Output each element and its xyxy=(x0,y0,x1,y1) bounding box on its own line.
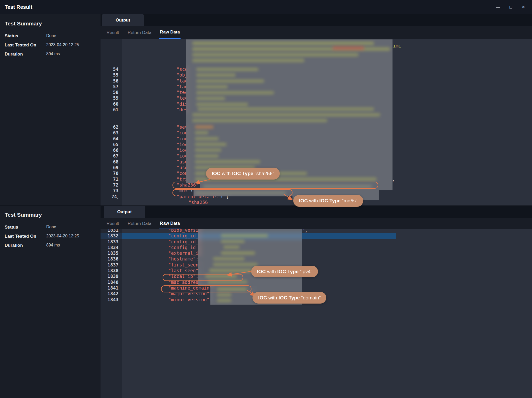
blur-smudge xyxy=(192,53,358,57)
ioc-highlight-md5 xyxy=(172,189,292,196)
subtab-raw-data[interactable]: Raw Data xyxy=(159,26,181,39)
redaction-blur xyxy=(186,39,393,183)
subtab-result[interactable]: Result xyxy=(106,26,120,39)
test-summary-heading: Test Summary xyxy=(5,212,101,218)
maximize-icon[interactable]: □ xyxy=(509,5,512,9)
minimize-icon[interactable]: — xyxy=(496,5,500,9)
last-tested-label: Last Tested On xyxy=(5,234,46,239)
callout-text: “domain” xyxy=(300,295,321,301)
ioc-callout-sha256: IOC with IOC Type “sha256” xyxy=(206,168,280,180)
test-result-window: Test Result — □ ✕ Test Summary Status Do… xyxy=(0,0,532,398)
trailing-quote-comma-fragment: ", xyxy=(302,229,308,234)
blur-smudge xyxy=(221,234,268,237)
blur-smudge xyxy=(195,154,219,158)
blur-smudge xyxy=(217,293,231,297)
callout-text: IOC xyxy=(258,295,267,301)
blur-smudge xyxy=(196,91,274,94)
callout-text: with xyxy=(308,198,319,204)
window-controls: — □ ✕ xyxy=(496,5,525,9)
output-subtabs: Result Return Data Raw Data xyxy=(101,218,532,229)
summary-row-duration: Duration 894 ms xyxy=(5,243,101,248)
titlebar: Test Result — □ ✕ xyxy=(0,0,532,14)
subtab-raw-data[interactable]: Raw Data xyxy=(159,218,181,229)
duration-value: 894 ms xyxy=(46,243,60,248)
ioc-callout-ipv4: IOC with IOC Type “ipv4” xyxy=(251,266,318,277)
ioc-highlight-machine-domain xyxy=(161,285,251,292)
code-line: 1831"bios_versio xyxy=(101,229,532,233)
callout-text: “ipv4” xyxy=(298,269,312,275)
summary-row-last-tested: Last Tested On 2023-04-20 12:25 xyxy=(5,43,101,48)
output-tabstrip: Output xyxy=(101,206,532,218)
blur-smudge xyxy=(195,125,214,129)
output-tabstrip: Output xyxy=(101,14,532,26)
blur-smudge xyxy=(223,245,240,249)
code-line: 1835"external_ip xyxy=(101,250,532,256)
blur-smudge xyxy=(221,251,255,255)
subtab-return-data[interactable]: Return Data xyxy=(127,26,152,39)
blur-smudge xyxy=(195,131,208,134)
blur-smudge xyxy=(217,299,231,302)
blur-smudge xyxy=(213,257,245,260)
callout-text: IOC Type xyxy=(319,198,341,204)
last-tested-label: Last Tested On xyxy=(5,43,46,48)
blur-smudge xyxy=(195,137,219,140)
test-summary-panel: Test Summary Status Done Last Tested On … xyxy=(0,206,101,398)
callout-text: IOC xyxy=(212,171,221,176)
callout-text: IOC Type xyxy=(278,295,300,301)
summary-row-status: Status Done xyxy=(5,33,101,39)
blur-smudge xyxy=(196,97,225,100)
duration-label: Duration xyxy=(5,243,46,248)
duration-value: 894 ms xyxy=(46,52,60,57)
last-tested-value: 2023-04-20 12:25 xyxy=(46,43,79,48)
blur-smudge xyxy=(192,113,380,116)
ioc-highlight-local-ip xyxy=(163,274,243,281)
code-line: 1833"config_id_b xyxy=(101,239,532,245)
callout-text: “md5s” xyxy=(341,198,357,204)
blur-smudge xyxy=(196,85,228,88)
window-title: Test Result xyxy=(5,4,32,10)
code-line: 1834"config_id_p xyxy=(101,245,532,250)
status-label: Status xyxy=(5,33,46,39)
blur-smudge xyxy=(195,160,260,163)
summary-row-duration: Duration 894 ms xyxy=(5,52,101,57)
blur-smudge xyxy=(196,68,258,71)
status-value: Done xyxy=(46,225,56,230)
callout-text: IOC Type xyxy=(232,171,253,176)
status-value: Done xyxy=(46,33,56,39)
tab-output[interactable]: Output xyxy=(102,14,144,26)
test-summary-heading: Test Summary xyxy=(5,20,101,27)
blur-smudge xyxy=(195,143,227,146)
code-line: 1837"first_seen" xyxy=(101,262,532,268)
callout-text: “sha256” xyxy=(253,171,274,176)
tab-output[interactable]: Output xyxy=(104,206,145,218)
output-subtabs: Result Return Data Raw Data xyxy=(101,26,532,39)
blur-smudge xyxy=(197,107,374,111)
blur-smudge xyxy=(221,240,245,243)
blur-smudge xyxy=(192,119,327,122)
callout-text: IOC xyxy=(299,198,308,204)
code-line: 1836"hostname": xyxy=(101,256,532,262)
test-summary-panel: Test Summary Status Done Last Tested On … xyxy=(0,14,101,205)
raw-data-viewer[interactable]: 1831"bios_versio1832"config_id_b1833"con… xyxy=(101,229,532,398)
callout-text: with xyxy=(266,269,277,275)
ioc-callout-domain: IOC with IOC Type “domain” xyxy=(252,292,326,304)
blur-smudge xyxy=(192,42,374,45)
blur-smudge xyxy=(209,269,254,272)
blur-smudge xyxy=(332,46,364,50)
summary-row-last-tested: Last Tested On 2023-04-20 12:25 xyxy=(5,234,101,239)
callout-text: with xyxy=(221,171,232,176)
truncated-string-fragment: imi xyxy=(393,43,401,49)
close-icon[interactable]: ✕ xyxy=(522,5,525,9)
fold-arrow-icon[interactable]: ▾ xyxy=(117,197,118,200)
callout-text: with xyxy=(267,295,278,301)
callout-text: IOC Type xyxy=(277,269,298,275)
blur-smudge xyxy=(192,59,304,62)
ioc-highlight-sha256 xyxy=(172,182,378,189)
blur-smudge xyxy=(196,73,236,77)
blur-smudge xyxy=(196,103,248,106)
callout-text: IOC xyxy=(257,269,266,275)
duration-label: Duration xyxy=(5,52,46,57)
subtab-result[interactable]: Result xyxy=(106,218,120,229)
last-tested-value: 2023-04-20 12:25 xyxy=(46,234,79,239)
subtab-return-data[interactable]: Return Data xyxy=(127,218,152,229)
